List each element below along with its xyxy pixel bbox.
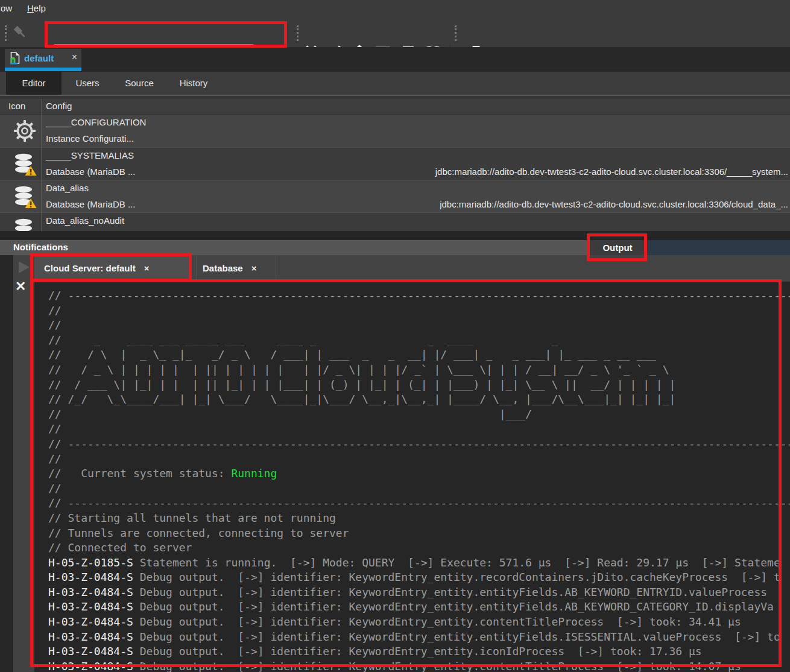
column-header-config[interactable]: Config [46,101,72,111]
console-line: // / _ \ | | | | | | || | | | | | | |/ _… [48,363,790,378]
database-icon [13,153,37,177]
config-type: Database (MariaDB ... [46,199,135,209]
file-tab-bar: default × [0,47,790,72]
output-panel-header-fill [647,240,790,255]
table-header: Icon Config [0,99,790,115]
notifications-panel-header[interactable]: Notifications [0,240,588,255]
console-line: H-03-Z-0484-S Debug output. [->] identif… [48,600,790,615]
console-line: H-03-Z-0484-S Debug output. [->] identif… [48,615,790,630]
toolbar-grip[interactable] [5,25,7,41]
close-icon[interactable]: × [72,52,77,62]
console-line: // [48,482,790,497]
main-toolbar: Cloud Server - default [0,19,790,47]
output-left-margin [0,255,13,672]
config-table: Icon Config _____CONFIGURATION In [0,99,790,231]
table-row[interactable]: _____CONFIGURATION Instance Configurati.… [0,115,790,147]
config-name: Data_alias [46,183,89,193]
toolbar-grip[interactable] [455,25,457,41]
console-line: // -------------------------------------… [48,496,790,512]
console-line: H-03-Z-0484-S Debug output. [->] identif… [48,571,790,586]
editor-view-tabs: Editor Users Source History [0,72,790,95]
database-icon [13,185,37,209]
column-header-icon[interactable]: Icon [8,101,25,111]
config-type: Instance Configurati... [46,133,134,144]
tab-users[interactable]: Users [68,72,107,95]
console-line: // Tunnels are connected, connecting to … [48,527,790,542]
console-line: H-05-Z-0185-S Statement is running. [->]… [48,556,790,571]
console-line: // Starting all tunnels that are not run… [48,512,790,527]
active-tab-underline [5,68,81,71]
tab-label: Cloud Server: default [44,263,136,273]
hammer-icon[interactable] [11,24,28,41]
console-line: // [48,319,790,334]
menu-bar: ow Help [0,0,790,19]
notifications-title: Notifications [13,242,68,252]
tab-source[interactable]: Source [118,72,161,95]
console-line: H-03-Z-0484-S Debug output. [->] identif… [48,586,790,601]
console-line: H-03-Z-0484-S Debug output. [->] identif… [48,645,790,660]
clear-output-icon[interactable]: ✕ [15,279,26,294]
jdbc-url: jdbc:mariadb://adito-db.dev-twtest3-c2-a… [435,166,788,177]
spacer [0,231,790,240]
console-line: // [48,304,790,319]
console-line: H-03-Z-0484-S Debug output. [->] identif… [48,630,790,645]
column-divider [41,99,42,231]
tab-cloud-server-default[interactable]: Cloud Server: default× [34,255,192,282]
console-line: // [48,452,790,468]
config-name: _____CONFIGURATION [46,117,146,127]
console-line: // |___/ [48,408,790,423]
rerun-play-icon[interactable] [16,259,31,275]
output-tab-bar: Cloud Server: default× Database× [0,255,790,282]
console-line: // / ___ \| |_| | | | || |_| | | |___| |… [48,378,790,393]
console-line: // Connected to server [48,541,790,556]
tab-database[interactable]: Database× [196,255,276,282]
divider [0,95,790,99]
output-console[interactable]: // -------------------------------------… [34,282,790,672]
config-type: Database (MariaDB ... [46,166,135,177]
menu-item-help[interactable]: Help [27,3,46,13]
tab-label: Database [203,263,243,273]
database-icon [13,218,37,231]
menu-item-window-partial[interactable]: ow [1,3,12,13]
console-text: // -------------------------------------… [34,282,790,672]
tab-default-label: default [24,53,54,63]
console-line: // -------------------------------------… [48,437,790,452]
close-icon[interactable]: × [251,263,257,273]
toolbar-grip[interactable] [297,25,299,41]
gear-icon [13,119,36,142]
console-line: // _ ____ ___ _____ ___ ____ _ _ ____ _ [48,334,790,349]
output-side-toolbar: ✕ [13,255,34,672]
console-line: H-03-Z-0484-S Debug output. [->] identif… [48,660,790,672]
close-icon[interactable]: × [144,263,150,273]
output-panel-header[interactable]: Output [588,240,647,255]
config-name: Data_alias_noAudit [46,215,124,226]
table-row[interactable]: Data_alias Database (MariaDB ... jdbc:ma… [0,180,790,212]
config-name: _____SYSTEMALIAS [46,150,134,160]
console-line: // [48,422,790,437]
tab-history[interactable]: History [171,72,216,95]
tab-editor[interactable]: Editor [6,72,62,95]
app-window: ow Help Cloud Server - default [0,0,790,672]
jdbc-url: jdbc:mariadb://adito-db.dev-twtest3-c2-a… [440,199,788,209]
console-line: // /_/ \_\____/___| |_| \___/ \____|_|\_… [48,393,790,408]
instance-file-icon [9,52,21,65]
console-line: // -------------------------------------… [48,289,790,304]
table-row[interactable]: _____SYSTEMALIAS Database (MariaDB ... j… [0,147,790,180]
console-line: // Current system status: Running [48,467,790,482]
tab-default[interactable]: default × [5,49,81,68]
table-row[interactable]: Data_alias_noAudit [0,212,790,231]
console-line: // / \ | _ \_ _|_ _/ _ \ / ___| | ___ _ … [48,348,790,363]
